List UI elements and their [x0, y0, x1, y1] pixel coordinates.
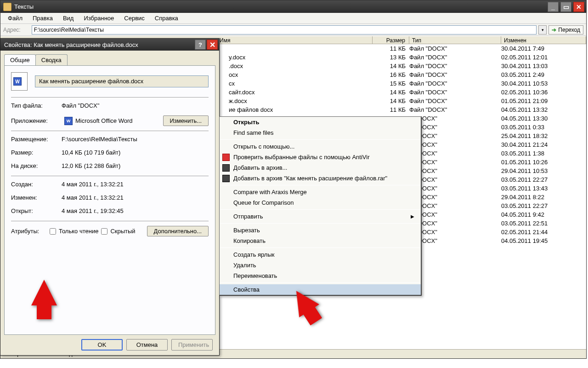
folder-icon	[23, 26, 30, 34]
go-button[interactable]: ➔Переход	[548, 25, 583, 34]
value-app: Microsoft Office Word	[75, 117, 160, 124]
titlebar[interactable]: Тексты _ ▭ ✕	[0, 0, 586, 13]
value-location: F:\sources\RelMedia\Тексты	[62, 136, 209, 143]
file-date: 03.05.2011 0:33	[501, 124, 586, 131]
file-date: 04.05.2011 9:42	[501, 211, 586, 218]
file-date: 04.05.2011 13:30	[501, 115, 586, 122]
file-type: іл "DOCX"	[409, 150, 501, 157]
file-row[interactable]: 11 КБФайл "DOCX"30.04.2011 7:49	[220, 44, 586, 53]
address-dropdown[interactable]: ▾	[538, 25, 547, 34]
submenu-arrow-icon: ▶	[411, 214, 417, 219]
file-name: ж.docx	[220, 98, 373, 104]
file-row[interactable]: ж.docx14 КБФайл "DOCX"01.05.2011 21:09	[220, 97, 586, 105]
menu-tools[interactable]: Сервис	[119, 14, 149, 23]
file-type: Файл "DOCX"	[409, 89, 501, 96]
label-app: Приложение:	[11, 117, 62, 124]
file-date: 30.04.2011 21:24	[501, 141, 586, 148]
label-filetype: Тип файла:	[11, 102, 62, 109]
ctx-queue[interactable]: Queue for Comparison	[220, 197, 421, 208]
label-readonly: Только чтение	[59, 228, 98, 235]
context-menu: Открыть Find same files Открыть с помощь…	[219, 116, 422, 296]
go-arrow-icon: ➔	[552, 27, 556, 33]
file-type: іл "DOCX"	[409, 185, 501, 192]
file-date: 30.04.2011 10:53	[501, 80, 586, 87]
file-name: ие файлов docx	[220, 106, 373, 113]
ctx-cut[interactable]: Вырезать	[220, 225, 421, 236]
menu-view[interactable]: Вид	[58, 14, 79, 23]
ctx-copy[interactable]: Копировать	[220, 236, 421, 246]
ctx-add-archive-named[interactable]: Добавить в архив "Как менять расширение …	[220, 173, 421, 184]
file-type: Файл "DOCX"	[409, 71, 501, 78]
properties-dialog: Свойства: Как менять расширение файлов.d…	[0, 38, 220, 356]
col-type[interactable]: Тип	[409, 36, 501, 44]
apply-button[interactable]: Применить	[171, 339, 213, 351]
close-button[interactable]: ✕	[573, 2, 584, 12]
dialog-titlebar[interactable]: Свойства: Как менять расширение файлов.d…	[0, 39, 219, 51]
menu-file[interactable]: Файл	[3, 14, 27, 23]
ctx-properties[interactable]: Свойства	[220, 284, 421, 295]
cancel-button[interactable]: Отмена	[126, 339, 168, 351]
file-size: 11 КБ	[373, 106, 409, 113]
file-row[interactable]: сайт.docx14 КБФайл "DOCX"02.05.2011 10:3…	[220, 88, 586, 97]
file-date: 02.05.2011 12:01	[501, 54, 586, 61]
ctx-delete[interactable]: Удалить	[220, 260, 421, 270]
file-name: у.docx	[220, 54, 373, 61]
maximize-button[interactable]: ▭	[560, 2, 571, 12]
checkbox-readonly[interactable]	[50, 228, 56, 235]
menu-help[interactable]: Справка	[150, 14, 183, 23]
file-size: 15 КБ	[373, 80, 409, 87]
tab-general[interactable]: Общие	[4, 54, 36, 65]
file-row[interactable]: cx15 КБФайл "DOCX"30.04.2011 10:53	[220, 79, 586, 88]
file-type: іл "DOCX"	[409, 115, 501, 122]
label-modified: Изменен:	[11, 194, 62, 201]
file-date: 03.05.2011 22:51	[501, 220, 586, 227]
col-date[interactable]: Изменен	[501, 36, 586, 44]
file-type: Файл "DOCX"	[409, 106, 501, 113]
ctx-antivir[interactable]: Проверить выбранные файлы с помощью Anti…	[220, 152, 421, 162]
file-type: Файл "DOCX"	[409, 80, 501, 87]
file-type: іл "DOCX"	[409, 132, 501, 139]
file-row[interactable]: ие файлов docx11 КБФайл "DOCX"04.05.2011…	[220, 105, 586, 114]
ctx-shortcut[interactable]: Создать ярлык	[220, 249, 421, 260]
ctx-rename[interactable]: Переименовать	[220, 270, 421, 281]
file-date: 01.05.2011 21:09	[501, 98, 586, 104]
checkbox-hidden[interactable]	[101, 228, 107, 235]
ctx-open-with[interactable]: Открыть с помощью...	[220, 141, 421, 152]
col-size[interactable]: Размер	[373, 36, 409, 44]
word-icon: W	[64, 117, 73, 125]
ok-button[interactable]: OK	[81, 339, 123, 351]
ctx-add-archive[interactable]: Добавить в архив...	[220, 162, 421, 173]
advanced-button[interactable]: Дополнительно...	[147, 226, 209, 236]
file-row[interactable]: ocx16 КБФайл "DOCX"03.05.2011 2:49	[220, 70, 586, 79]
rar-icon	[222, 175, 230, 182]
ctx-open[interactable]: Открыть	[220, 117, 421, 127]
address-field[interactable]: F:\sources\RelMedia\Тексты	[32, 25, 537, 34]
ctx-find-same[interactable]: Find same files	[220, 127, 421, 138]
file-type: Файл "DOCX"	[409, 45, 501, 52]
file-type: іл "DOCX"	[409, 176, 501, 183]
menu-edit[interactable]: Правка	[28, 14, 57, 23]
file-size: 11 КБ	[373, 45, 409, 52]
rar-icon	[222, 164, 230, 172]
value-accessed: 4 мая 2011 г., 19:32:45	[62, 207, 209, 214]
dialog-help-button[interactable]: ?	[195, 40, 206, 50]
ctx-send[interactable]: Отправить▶	[220, 211, 421, 222]
ctx-araxis[interactable]: Compare with Araxis Merge	[220, 187, 421, 197]
file-type: іл "DOCX"	[409, 220, 501, 227]
label-size: Размер:	[11, 149, 62, 156]
file-date: 02.05.2011 10:36	[501, 89, 586, 96]
address-label: Адрес:	[3, 27, 21, 33]
file-name: ocx	[220, 71, 373, 78]
dialog-close-button[interactable]: ✕	[207, 40, 218, 50]
minimize-button[interactable]: _	[548, 2, 559, 12]
file-type: іл "DOCX"	[409, 159, 501, 166]
file-type: іл "DOCX"	[409, 229, 501, 236]
file-row[interactable]: у.docx13 КБФайл "DOCX"02.05.2011 12:01	[220, 53, 586, 62]
filename-field[interactable]: Как менять расширение файлов.docx	[35, 75, 209, 87]
tab-summary[interactable]: Сводка	[35, 54, 68, 65]
label-accessed: Открыт:	[11, 207, 62, 214]
menu-fav[interactable]: Избранное	[79, 14, 119, 23]
file-row[interactable]: .docx14 КБФайл "DOCX"30.04.2011 13:03	[220, 62, 586, 70]
antivir-icon	[222, 154, 230, 161]
change-app-button[interactable]: Изменить...	[163, 115, 209, 126]
